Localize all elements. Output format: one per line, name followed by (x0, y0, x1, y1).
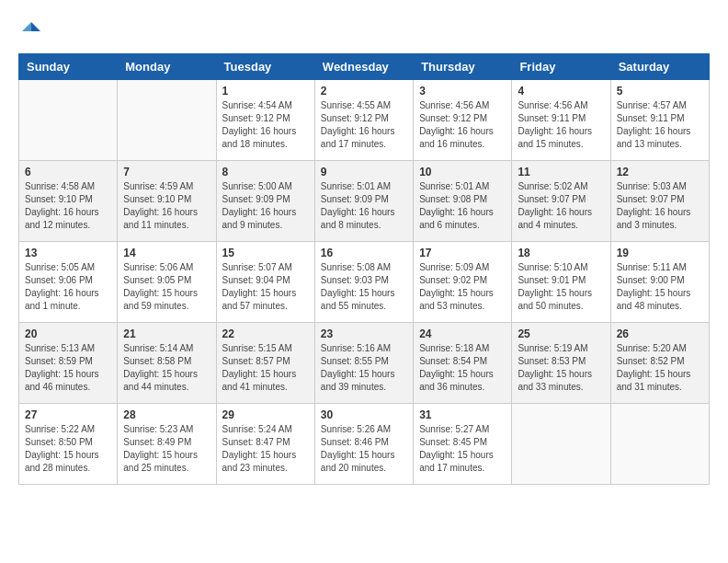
calendar-table: SundayMondayTuesdayWednesdayThursdayFrid… (18, 53, 710, 485)
day-number: 9 (321, 166, 407, 178)
page-header (18, 18, 710, 44)
day-number: 30 (321, 408, 407, 421)
day-info: Sunrise: 5:00 AM Sunset: 9:09 PM Dayligh… (222, 180, 309, 232)
day-number: 3 (419, 85, 506, 98)
day-info: Sunrise: 5:18 AM Sunset: 8:54 PM Dayligh… (419, 342, 506, 394)
calendar-cell: 8Sunrise: 5:00 AM Sunset: 9:09 PM Daylig… (216, 161, 314, 242)
calendar-cell (512, 404, 610, 485)
day-number: 4 (518, 85, 604, 98)
calendar-cell: 21Sunrise: 5:14 AM Sunset: 8:58 PM Dayli… (118, 323, 216, 404)
calendar-cell: 15Sunrise: 5:07 AM Sunset: 9:04 PM Dayli… (216, 242, 314, 323)
day-info: Sunrise: 5:05 AM Sunset: 9:06 PM Dayligh… (25, 261, 111, 313)
calendar-cell: 6Sunrise: 4:58 AM Sunset: 9:10 PM Daylig… (19, 161, 118, 242)
calendar-cell (19, 80, 118, 161)
calendar-week-row: 6Sunrise: 4:58 AM Sunset: 9:10 PM Daylig… (19, 161, 710, 242)
day-number: 22 (222, 327, 309, 340)
day-number: 12 (617, 166, 703, 178)
calendar-cell: 30Sunrise: 5:26 AM Sunset: 8:46 PM Dayli… (314, 404, 413, 485)
day-info: Sunrise: 5:26 AM Sunset: 8:46 PM Dayligh… (321, 423, 407, 475)
calendar-cell: 22Sunrise: 5:15 AM Sunset: 8:57 PM Dayli… (216, 323, 314, 404)
calendar-cell: 24Sunrise: 5:18 AM Sunset: 8:54 PM Dayli… (414, 323, 512, 404)
weekday-header-tuesday: Tuesday (216, 54, 314, 80)
day-info: Sunrise: 5:02 AM Sunset: 9:07 PM Dayligh… (518, 180, 604, 232)
day-info: Sunrise: 4:55 AM Sunset: 9:12 PM Dayligh… (321, 99, 407, 151)
day-number: 7 (123, 166, 210, 178)
calendar-cell: 13Sunrise: 5:05 AM Sunset: 9:06 PM Dayli… (19, 242, 118, 323)
day-info: Sunrise: 5:15 AM Sunset: 8:57 PM Dayligh… (222, 342, 309, 394)
day-number: 16 (321, 247, 407, 259)
calendar-cell: 19Sunrise: 5:11 AM Sunset: 9:00 PM Dayli… (610, 242, 709, 323)
calendar-cell: 5Sunrise: 4:57 AM Sunset: 9:11 PM Daylig… (610, 80, 709, 161)
calendar-cell: 29Sunrise: 5:24 AM Sunset: 8:47 PM Dayli… (216, 404, 314, 485)
day-number: 11 (518, 166, 604, 178)
day-number: 13 (25, 247, 111, 259)
day-number: 24 (419, 327, 506, 340)
calendar-week-row: 27Sunrise: 5:22 AM Sunset: 8:50 PM Dayli… (19, 404, 710, 485)
day-number: 6 (25, 166, 111, 178)
day-info: Sunrise: 5:22 AM Sunset: 8:50 PM Dayligh… (25, 423, 111, 475)
calendar-cell: 1Sunrise: 4:54 AM Sunset: 9:12 PM Daylig… (216, 80, 314, 161)
calendar-cell: 23Sunrise: 5:16 AM Sunset: 8:55 PM Dayli… (314, 323, 413, 404)
calendar-week-row: 1Sunrise: 4:54 AM Sunset: 9:12 PM Daylig… (19, 80, 710, 161)
day-info: Sunrise: 5:23 AM Sunset: 8:49 PM Dayligh… (123, 423, 210, 475)
calendar-cell: 12Sunrise: 5:03 AM Sunset: 9:07 PM Dayli… (610, 161, 709, 242)
calendar-cell: 14Sunrise: 5:06 AM Sunset: 9:05 PM Dayli… (118, 242, 216, 323)
day-number: 19 (617, 247, 703, 259)
calendar-cell: 26Sunrise: 5:20 AM Sunset: 8:52 PM Dayli… (610, 323, 709, 404)
logo-icon (18, 18, 44, 44)
day-number: 10 (419, 166, 506, 178)
calendar-cell (118, 80, 216, 161)
weekday-header-thursday: Thursday (414, 54, 512, 80)
day-info: Sunrise: 5:01 AM Sunset: 9:08 PM Dayligh… (419, 180, 506, 232)
calendar-cell: 3Sunrise: 4:56 AM Sunset: 9:12 PM Daylig… (414, 80, 512, 161)
calendar-cell: 2Sunrise: 4:55 AM Sunset: 9:12 PM Daylig… (314, 80, 413, 161)
day-number: 5 (617, 85, 703, 98)
calendar-cell: 27Sunrise: 5:22 AM Sunset: 8:50 PM Dayli… (19, 404, 118, 485)
day-number: 26 (617, 327, 703, 340)
calendar-cell: 28Sunrise: 5:23 AM Sunset: 8:49 PM Dayli… (118, 404, 216, 485)
day-number: 27 (25, 408, 111, 421)
day-info: Sunrise: 5:01 AM Sunset: 9:09 PM Dayligh… (321, 180, 407, 232)
calendar-cell: 10Sunrise: 5:01 AM Sunset: 9:08 PM Dayli… (414, 161, 512, 242)
day-info: Sunrise: 4:57 AM Sunset: 9:11 PM Dayligh… (617, 99, 703, 151)
day-number: 15 (222, 247, 309, 259)
day-number: 20 (25, 327, 111, 340)
day-info: Sunrise: 4:58 AM Sunset: 9:10 PM Dayligh… (25, 180, 111, 232)
day-info: Sunrise: 4:59 AM Sunset: 9:10 PM Dayligh… (123, 180, 210, 232)
day-number: 18 (518, 247, 604, 259)
calendar-cell: 17Sunrise: 5:09 AM Sunset: 9:02 PM Dayli… (414, 242, 512, 323)
day-info: Sunrise: 5:11 AM Sunset: 9:00 PM Dayligh… (617, 261, 703, 313)
logo (18, 18, 48, 44)
day-info: Sunrise: 5:20 AM Sunset: 8:52 PM Dayligh… (617, 342, 703, 394)
calendar-cell: 16Sunrise: 5:08 AM Sunset: 9:03 PM Dayli… (314, 242, 413, 323)
day-info: Sunrise: 5:24 AM Sunset: 8:47 PM Dayligh… (222, 423, 309, 475)
day-info: Sunrise: 5:10 AM Sunset: 9:01 PM Dayligh… (518, 261, 604, 313)
day-info: Sunrise: 5:07 AM Sunset: 9:04 PM Dayligh… (222, 261, 309, 313)
day-info: Sunrise: 5:09 AM Sunset: 9:02 PM Dayligh… (419, 261, 506, 313)
weekday-header-monday: Monday (118, 54, 216, 80)
weekday-header-saturday: Saturday (610, 54, 709, 80)
day-number: 8 (222, 166, 309, 178)
calendar-cell: 18Sunrise: 5:10 AM Sunset: 9:01 PM Dayli… (512, 242, 610, 323)
day-info: Sunrise: 5:13 AM Sunset: 8:59 PM Dayligh… (25, 342, 111, 394)
weekday-header-sunday: Sunday (19, 54, 118, 80)
day-number: 28 (123, 408, 210, 421)
day-info: Sunrise: 4:54 AM Sunset: 9:12 PM Dayligh… (222, 99, 309, 151)
calendar-cell: 25Sunrise: 5:19 AM Sunset: 8:53 PM Dayli… (512, 323, 610, 404)
day-info: Sunrise: 4:56 AM Sunset: 9:11 PM Dayligh… (518, 99, 604, 151)
calendar-cell (610, 404, 709, 485)
calendar-cell: 7Sunrise: 4:59 AM Sunset: 9:10 PM Daylig… (118, 161, 216, 242)
calendar-cell: 31Sunrise: 5:27 AM Sunset: 8:45 PM Dayli… (414, 404, 512, 485)
calendar-cell: 11Sunrise: 5:02 AM Sunset: 9:07 PM Dayli… (512, 161, 610, 242)
calendar-cell: 4Sunrise: 4:56 AM Sunset: 9:11 PM Daylig… (512, 80, 610, 161)
day-number: 29 (222, 408, 309, 421)
weekday-header-row: SundayMondayTuesdayWednesdayThursdayFrid… (19, 54, 710, 80)
day-number: 14 (123, 247, 210, 259)
day-info: Sunrise: 5:19 AM Sunset: 8:53 PM Dayligh… (518, 342, 604, 394)
calendar-cell: 20Sunrise: 5:13 AM Sunset: 8:59 PM Dayli… (19, 323, 118, 404)
calendar-cell: 9Sunrise: 5:01 AM Sunset: 9:09 PM Daylig… (314, 161, 413, 242)
day-number: 25 (518, 327, 604, 340)
day-number: 1 (222, 85, 309, 98)
weekday-header-wednesday: Wednesday (314, 54, 413, 80)
calendar-week-row: 13Sunrise: 5:05 AM Sunset: 9:06 PM Dayli… (19, 242, 710, 323)
